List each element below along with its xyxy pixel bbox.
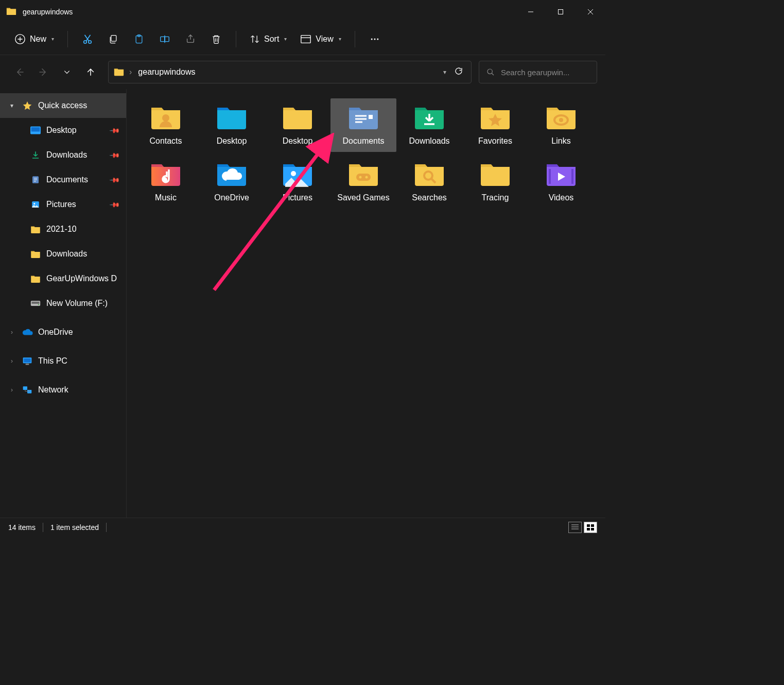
folder-item[interactable]: Documents	[330, 98, 396, 152]
sidebar-item-new-volume-f[interactable]: New Volume (F:)	[0, 291, 126, 316]
item-label: Searches	[399, 192, 459, 203]
sidebar-item-2021-10[interactable]: 2021-10	[0, 217, 126, 242]
chevron-down-icon: ▾	[339, 36, 341, 42]
folder-item[interactable]: Desktop	[199, 98, 265, 152]
item-label: Videos	[531, 192, 591, 203]
item-label: Desktop	[268, 135, 327, 147]
sidebar-item-gearupwindows-d[interactable]: GearUpWindows D	[0, 266, 126, 291]
item-label: Links	[531, 135, 591, 147]
chevron-down-icon: ▾	[284, 36, 287, 42]
sidebar-item-label: Network	[38, 385, 126, 395]
rename-button[interactable]	[153, 29, 176, 49]
item-label: Favorites	[465, 135, 525, 147]
copy-button[interactable]	[102, 29, 125, 49]
sidebar-item-label: 2021-10	[46, 225, 126, 234]
recent-locations-button[interactable]	[57, 62, 77, 82]
folder-item[interactable]: Contacts	[133, 98, 199, 152]
plus-circle-icon	[14, 33, 26, 45]
search-input[interactable]: Search gearupwin...	[479, 61, 597, 83]
up-button[interactable]	[80, 62, 101, 82]
folder-item[interactable]: Videos	[528, 155, 594, 209]
delete-button[interactable]	[205, 29, 228, 49]
pin-icon: 📌	[109, 199, 120, 210]
svg-point-32	[291, 171, 296, 176]
folder-item[interactable]: Saved Games	[330, 155, 396, 209]
separator	[43, 523, 43, 532]
sidebar-item-label: GearUpWindows D	[46, 274, 126, 283]
sort-label: Sort	[264, 35, 279, 44]
more-icon	[370, 34, 380, 44]
cut-button[interactable]	[76, 29, 99, 49]
sidebar-item-desktop[interactable]: Desktop 📌	[0, 118, 126, 143]
svg-point-11	[374, 38, 375, 40]
drive-icon	[30, 298, 41, 309]
svg-point-13	[487, 69, 492, 74]
onedrive-icon	[215, 160, 248, 187]
folder-icon	[6, 7, 16, 17]
view-button[interactable]: View ▾	[295, 29, 346, 49]
large-icons-view-button[interactable]	[584, 522, 597, 533]
status-count: 14 items	[8, 523, 36, 532]
svg-rect-23	[24, 358, 30, 363]
sidebar-item-downloads-folder[interactable]: Downloads	[0, 242, 126, 266]
folder-item[interactable]: Music	[133, 155, 199, 209]
documents-icon	[30, 174, 41, 185]
star-icon	[22, 100, 33, 111]
back-button[interactable]	[9, 62, 30, 82]
new-button[interactable]: New ▾	[9, 29, 59, 49]
folder-item[interactable]: OneDrive	[199, 155, 265, 209]
sidebar-item-onedrive[interactable]: › OneDrive	[0, 320, 126, 345]
pin-icon: 📌	[109, 174, 120, 185]
refresh-button[interactable]	[451, 66, 466, 78]
forward-button[interactable]	[33, 62, 54, 82]
view-label: View	[316, 35, 333, 44]
breadcrumb[interactable]: ›gearupwindows	[129, 67, 438, 77]
folder-item[interactable]: Tracing	[462, 155, 528, 209]
sort-button[interactable]: Sort ▾	[245, 29, 292, 49]
status-bar: 14 items 1 item selected	[0, 518, 605, 536]
pictures-icon	[30, 199, 41, 210]
folder-item[interactable]: Pictures	[265, 155, 330, 209]
folder-item[interactable]: Searches	[396, 155, 462, 209]
monitor-icon	[22, 355, 33, 367]
downloads-icon	[413, 104, 446, 130]
svg-rect-9	[301, 35, 310, 43]
sidebar-item-network[interactable]: › Network	[0, 378, 126, 402]
rename-icon	[159, 33, 170, 45]
chevron-down-icon[interactable]: ▾	[443, 68, 446, 76]
address-bar[interactable]: ›gearupwindows ▾	[108, 61, 472, 83]
toolbar: New ▾ Sort ▾ View ▾	[0, 23, 605, 55]
sidebar-item-documents[interactable]: Documents 📌	[0, 167, 126, 192]
copy-icon	[108, 33, 118, 45]
folder-item[interactable]: Downloads	[396, 98, 462, 152]
folder-item[interactable]: Favorites	[462, 98, 528, 152]
maximize-button[interactable]	[546, 0, 576, 23]
svg-rect-8	[165, 37, 169, 41]
sidebar-item-pictures[interactable]: Pictures 📌	[0, 192, 126, 217]
svg-point-12	[377, 38, 378, 40]
more-button[interactable]	[363, 29, 386, 49]
close-button[interactable]	[576, 0, 605, 23]
share-button[interactable]	[179, 29, 202, 49]
videos-icon	[545, 160, 578, 187]
svg-point-30	[559, 118, 563, 122]
minimize-button[interactable]	[516, 0, 546, 23]
share-icon	[185, 33, 196, 45]
sidebar-item-downloads[interactable]: Downloads 📌	[0, 143, 126, 167]
searches-icon	[413, 160, 446, 187]
sidebar-item-label: Pictures	[46, 200, 106, 209]
sidebar-item-this-pc[interactable]: › This PC	[0, 349, 126, 373]
item-label: Tracing	[465, 192, 525, 203]
svg-point-34	[359, 176, 362, 178]
folder-icon	[30, 248, 41, 260]
svg-rect-37	[549, 169, 551, 184]
folder-item[interactable]: Links	[528, 98, 594, 152]
separator	[106, 523, 107, 532]
folder-item[interactable]: Desktop	[265, 98, 330, 152]
svg-rect-40	[587, 524, 590, 527]
contacts-icon	[149, 104, 182, 130]
paste-button[interactable]	[128, 29, 150, 49]
details-view-button[interactable]	[568, 522, 582, 533]
sidebar-item-quick-access[interactable]: ▾ Quick access	[0, 93, 126, 118]
network-icon	[22, 384, 33, 396]
